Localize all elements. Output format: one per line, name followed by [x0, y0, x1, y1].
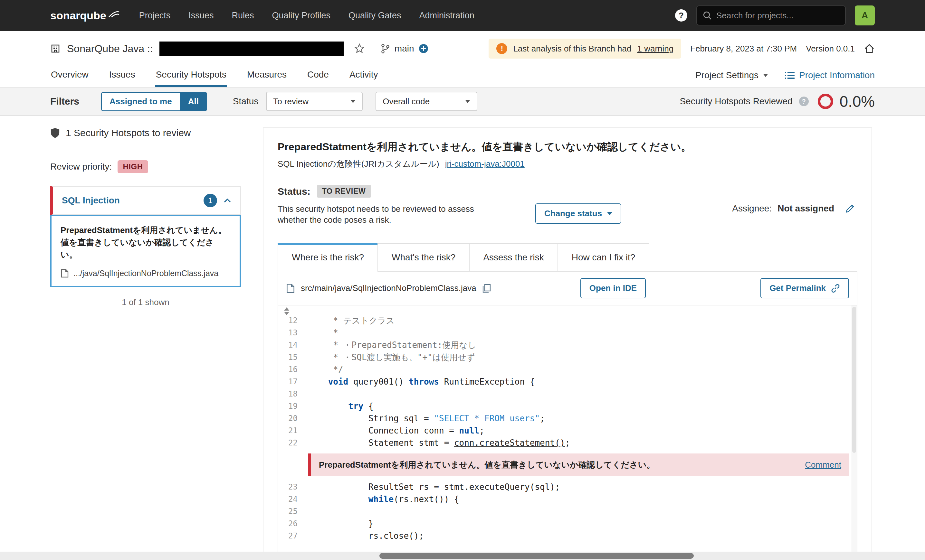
line-number[interactable]: 14: [278, 339, 308, 351]
category-sql-injection[interactable]: SQL Injection 1: [50, 186, 241, 215]
status-block: Status: TO REVIEW This security hotspot …: [278, 185, 857, 225]
page-horizontal-scrollbar[interactable]: [0, 552, 925, 560]
all-button[interactable]: All: [180, 92, 207, 111]
project-information-label: Project Information: [799, 70, 875, 81]
project-tab-list: OverviewIssuesSecurity HotspotsMeasuresC…: [50, 64, 398, 87]
search-input[interactable]: [716, 11, 839, 21]
open-in-ide-button[interactable]: Open in IDE: [580, 278, 646, 298]
line-number[interactable]: 18: [278, 388, 308, 400]
line-number[interactable]: 17: [278, 375, 308, 388]
line-number[interactable]: 27: [278, 530, 308, 542]
hotspot-title: PreparedStatmentを利用されていません。値を直書きしていないか確認…: [278, 140, 857, 154]
scope-filter-select[interactable]: Overall code: [375, 92, 477, 111]
risk-tab[interactable]: What's the risk?: [378, 243, 470, 272]
project-tab[interactable]: Code: [307, 64, 330, 87]
status-filter-select[interactable]: To review: [266, 92, 363, 111]
help-icon[interactable]: ?: [675, 9, 687, 21]
assignee-row: Assignee: Not assigned: [732, 203, 857, 214]
line-number[interactable]: 19: [278, 400, 308, 412]
filters-title: Filters: [50, 96, 79, 107]
project-information-button[interactable]: Project Information: [785, 70, 875, 81]
scrollbar-thumb[interactable]: [380, 553, 694, 559]
help-icon[interactable]: ?: [799, 96, 809, 106]
reviewed-percentage: 0.0%: [840, 93, 875, 110]
hotspot-item-file-link[interactable]: .../java/SqlInjectionNoProblemClass.java: [60, 269, 230, 278]
project-tab[interactable]: Overview: [50, 64, 89, 87]
code-line: 19 try {: [278, 400, 850, 412]
chevron-down-icon: [465, 100, 470, 103]
rule-key-link[interactable]: jri-custom-java:J0001: [445, 159, 525, 169]
project-tab[interactable]: Measures: [246, 64, 287, 87]
shield-icon: [50, 128, 60, 138]
home-icon[interactable]: [864, 43, 875, 54]
topnav-item[interactable]: Rules: [232, 11, 254, 21]
code-vertical-scrollbar[interactable]: [851, 305, 857, 557]
topnav-item[interactable]: Administration: [419, 11, 475, 21]
project-tab[interactable]: Issues: [108, 64, 136, 87]
topnav-item[interactable]: Quality Gates: [348, 11, 401, 21]
topnav-item[interactable]: Issues: [188, 11, 214, 21]
code-line: 21 Connection conn = null;: [278, 425, 850, 437]
code-viewer: 12 * テストクラス13 *14 * ・PreparedStatement:使…: [278, 305, 857, 557]
search-icon: [703, 11, 712, 20]
project-settings-menu[interactable]: Project Settings: [695, 70, 768, 81]
chevron-down-icon: [607, 212, 612, 215]
line-number[interactable]: 15: [278, 351, 308, 363]
pencil-icon[interactable]: [845, 204, 855, 213]
line-number[interactable]: 13: [278, 327, 308, 339]
code-text: [308, 388, 850, 400]
add-branch-plus-icon[interactable]: [419, 44, 428, 53]
risk-tab[interactable]: Assess the risk: [469, 243, 558, 272]
risk-tab[interactable]: Where is the risk?: [278, 243, 378, 272]
status-filter-value: To review: [273, 96, 309, 107]
warning-icon: !: [496, 43, 507, 54]
assignment-toggle: Assigned to me All: [101, 92, 207, 111]
warning-text: Last analysis of this Branch had: [513, 44, 631, 54]
code-line: 14 * ・PreparedStatement:使用なし: [278, 339, 850, 351]
expand-lines-icon[interactable]: [284, 307, 289, 315]
comment-link[interactable]: Comment: [805, 460, 841, 470]
line-number[interactable]: 26: [278, 518, 308, 530]
code-text: while(rs.next()) {: [308, 493, 850, 505]
hotspot-list-item[interactable]: PreparedStatmentを利用されていません。値を直書きしていないか確認…: [50, 215, 241, 287]
status-label: Status:: [278, 186, 310, 197]
get-permalink-button[interactable]: Get Permalink: [761, 278, 849, 298]
status-description: This security hotspot needs to be review…: [278, 203, 505, 225]
line-number[interactable]: 22: [278, 437, 308, 449]
assigned-to-me-button[interactable]: Assigned to me: [101, 92, 180, 111]
line-number[interactable]: 24: [278, 493, 308, 505]
branch-selector[interactable]: main: [380, 44, 428, 54]
line-number[interactable]: 16: [278, 363, 308, 375]
sonarqube-logo[interactable]: sonarqube: [50, 9, 120, 22]
code-line: 25: [278, 505, 850, 518]
code-text: */: [308, 363, 850, 375]
sonarqube-app: sonarqube ProjectsIssuesRulesQuality Pro…: [0, 0, 925, 560]
hotspots-summary-text: 1 Security Hotspots to review: [66, 128, 191, 138]
content-area: 1 Security Hotspots to review Review pri…: [0, 116, 925, 559]
line-number[interactable]: 20: [278, 412, 308, 425]
avatar[interactable]: A: [855, 6, 875, 26]
project-tab[interactable]: Security Hotspots: [155, 64, 227, 87]
line-number[interactable]: 25: [278, 505, 308, 518]
code-text: [308, 505, 850, 518]
line-number[interactable]: 23: [278, 481, 308, 493]
copy-icon[interactable]: [482, 284, 491, 293]
code-text: * ・PreparedStatement:使用なし: [308, 339, 850, 351]
code-line: 24 while(rs.next()) {: [278, 493, 850, 505]
change-status-button[interactable]: Change status: [535, 203, 621, 224]
project-tab[interactable]: Activity: [349, 64, 379, 87]
get-permalink-label: Get Permalink: [770, 283, 826, 293]
warning-count-link[interactable]: 1 warning: [637, 44, 674, 54]
topnav-item[interactable]: Projects: [139, 11, 171, 21]
line-number[interactable]: 21: [278, 425, 308, 437]
topnav-item[interactable]: Quality Profiles: [272, 11, 330, 21]
line-number[interactable]: 12: [278, 314, 308, 327]
risk-tab[interactable]: How can I fix it?: [557, 243, 649, 272]
assignee-label: Assignee:: [732, 203, 772, 214]
priority-high-badge: HIGH: [118, 160, 148, 173]
analysis-warning-banner: ! Last analysis of this Branch had 1 war…: [488, 39, 681, 59]
code-line: 15 * ・SQL渡し実施も、"+"は使用せず: [278, 351, 850, 363]
file-header: src/main/java/SqlInjectionNoProblemClass…: [278, 272, 857, 305]
favorite-star-icon[interactable]: [354, 43, 365, 54]
code-line: 13 *: [278, 327, 850, 339]
